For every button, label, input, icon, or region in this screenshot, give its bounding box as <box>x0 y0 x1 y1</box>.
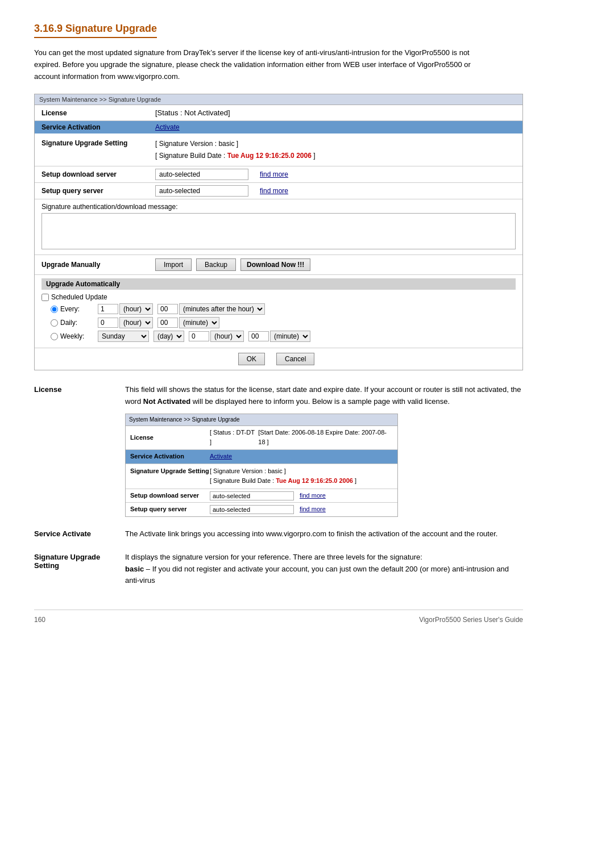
license-status: [Status : Not Activated] <box>155 108 230 117</box>
setup-query-find[interactable]: find more <box>260 187 288 195</box>
mini-sig-build-date: Tue Aug 12 9:16:25.0 2006 <box>276 477 353 484</box>
mini-sig-row: Signature Upgrade Setting [ Signature Ve… <box>126 464 397 489</box>
license-label: License <box>42 109 155 117</box>
service-activate-desc-row: Service Activate The Activate link bring… <box>34 528 523 540</box>
mini-sig-version-word: basic <box>268 468 283 474</box>
mini-setup-dl-input[interactable] <box>210 491 294 500</box>
ok-cancel-row: OK Cancel <box>35 348 522 370</box>
footer-page-number: 160 <box>34 616 45 624</box>
sig-version-word: basic <box>218 140 234 148</box>
mini-sig-label: Signature Upgrade Setting <box>130 466 210 477</box>
weekly-day-select[interactable]: Sunday Monday Tuesday Wednesday Thursday… <box>98 331 149 342</box>
cancel-button[interactable]: Cancel <box>276 353 314 365</box>
every-value-input[interactable] <box>98 304 118 314</box>
mini-setup-q-find[interactable]: find more <box>300 504 326 515</box>
mini-setup-dl-label: Setup download server <box>130 491 210 501</box>
license-row: License [Status : Not Activated] <box>35 105 522 121</box>
mini-sig-version: [ Signature Version : basic ] <box>210 466 356 477</box>
weekly-row: Weekly: Sunday Monday Tuesday Wednesday … <box>42 331 516 342</box>
sig-setting-term2: Setting <box>34 561 59 570</box>
message-label: Signature authentication/download messag… <box>42 203 516 211</box>
ok-button[interactable]: OK <box>238 353 265 365</box>
every-label: Every: <box>60 305 94 313</box>
mini-license-row: License [ Status : DT-DT ] [Start Date: … <box>126 426 397 450</box>
weekly-minutes-input[interactable] <box>248 331 269 341</box>
sig-setting-values: [ Signature Version : basic ] [ Signatur… <box>155 138 316 161</box>
weekly-radio[interactable] <box>51 333 58 340</box>
mini-service-label: Service Activation <box>130 452 210 462</box>
every-minutes-unit-select[interactable]: (minutes after the hour) <box>179 303 265 315</box>
daily-radio[interactable] <box>51 319 58 327</box>
upgrade-manually-label: Upgrade Manually <box>42 261 155 269</box>
every-radio[interactable] <box>51 306 58 313</box>
mini-setup-q-input[interactable] <box>210 505 294 514</box>
import-button[interactable]: Import <box>155 258 192 271</box>
daily-minutes-unit-select[interactable]: (minute) <box>179 317 219 328</box>
weekly-hour-input[interactable] <box>189 331 209 341</box>
sig-setting-basic-bold: basic <box>125 565 144 573</box>
activate-link[interactable]: Activate <box>155 123 180 131</box>
page-title: 3.16.9 Signature Upgrade <box>34 23 157 38</box>
setup-query-input[interactable] <box>155 185 248 197</box>
weekly-day-unit-select[interactable]: (day) <box>154 331 184 342</box>
sig-setting-row: Signature Upgrade Setting [ Signature Ve… <box>35 133 522 166</box>
sig-setting-desc-term: Signature Upgrade Setting <box>34 552 125 570</box>
weekly-label: Weekly: <box>60 332 94 340</box>
mini-sig-values: [ Signature Version : basic ] [ Signatur… <box>210 466 356 486</box>
download-now-button[interactable]: Download Now !!! <box>240 258 310 271</box>
service-activation-label: Service Activation <box>42 123 155 131</box>
page-footer: 160 VigorPro5500 Series User's Guide <box>34 610 523 624</box>
license-desc-def: This field will shows the status for the… <box>125 384 523 517</box>
sig-setting-desc-def: It displays the signature version for yo… <box>125 552 523 587</box>
setup-download-input[interactable] <box>155 169 248 180</box>
mini-ui-header: System Maintenance >> Signature Upgrade <box>126 414 397 426</box>
upgrade-manually-row: Upgrade Manually Import Backup Download … <box>35 255 522 275</box>
mini-setup-dl-row: Setup download server find more <box>126 489 397 503</box>
message-area: Signature authentication/download messag… <box>35 199 522 255</box>
sig-build-date: Tue Aug 12 9:16:25.0 2006 <box>227 152 312 160</box>
service-activate-desc-term: Service Activate <box>34 528 125 538</box>
daily-label: Daily: <box>60 319 94 327</box>
upgrade-auto-title: Upgrade Automatically <box>42 278 516 290</box>
descriptions-section: License This field will shows the status… <box>34 384 523 587</box>
mini-license-label: License <box>130 433 210 443</box>
mini-sig-build: [ Signature Build Date : Tue Aug 12 9:16… <box>210 476 356 486</box>
sig-setting-def3: – If you did not register and activate y… <box>125 565 509 585</box>
setup-download-row: Setup download server find more <box>35 166 522 183</box>
scheduled-update-label: Scheduled Update <box>51 293 107 301</box>
mini-license-dates: [Start Date: 2006-08-18 Expire Date: 200… <box>258 428 393 448</box>
setup-query-row: Setup query server find more <box>35 183 522 199</box>
setup-query-label: Setup query server <box>42 187 155 195</box>
mini-license-status: [ Status : DT-DT ] <box>210 428 256 448</box>
footer-guide-title: VigorPro5500 Series User's Guide <box>419 616 523 624</box>
setup-download-find[interactable]: find more <box>260 170 288 178</box>
daily-unit-select[interactable]: (hour) <box>119 317 153 328</box>
mini-ui-box: System Maintenance >> Signature Upgrade … <box>125 414 398 517</box>
license-desc-row: License This field will shows the status… <box>34 384 523 517</box>
mini-activate-link[interactable]: Activate <box>210 452 232 462</box>
sig-setting-desc-row: Signature Upgrade Setting It displays th… <box>34 552 523 587</box>
message-textarea[interactable] <box>42 213 516 249</box>
scheduled-update-checkbox[interactable] <box>42 294 49 301</box>
mini-setup-q-label: Setup query server <box>130 504 210 515</box>
daily-value-input[interactable] <box>98 318 118 328</box>
every-unit-select[interactable]: (hour) <box>119 303 153 315</box>
intro-text: You can get the most updated signature f… <box>34 47 478 82</box>
sig-setting-def1: It displays the signature version for yo… <box>125 553 422 561</box>
every-minutes-input[interactable] <box>157 304 178 314</box>
mini-service-row: Service Activation Activate <box>126 450 397 464</box>
setup-download-label: Setup download server <box>42 170 155 178</box>
license-desc-term: License <box>34 384 125 394</box>
ui-box-header: System Maintenance >> Signature Upgrade <box>35 94 522 105</box>
mini-setup-dl-find[interactable]: find more <box>300 491 326 501</box>
service-activate-desc-def: The Activate link brings you accessing i… <box>125 528 523 540</box>
main-ui-box: System Maintenance >> Signature Upgrade … <box>34 94 523 370</box>
daily-minutes-input[interactable] <box>157 318 178 328</box>
sig-version-line: [ Signature Version : basic ] <box>155 138 316 149</box>
weekly-minutes-unit-select[interactable]: (minute) <box>270 331 310 342</box>
sig-setting-term1: Signature Upgrade <box>34 553 100 561</box>
weekly-hour-unit-select[interactable]: (hour) <box>210 331 244 342</box>
sig-setting-label: Signature Upgrade Setting <box>42 138 155 147</box>
backup-button[interactable]: Backup <box>196 258 236 271</box>
not-activated-bold: Not Activated <box>143 397 190 406</box>
